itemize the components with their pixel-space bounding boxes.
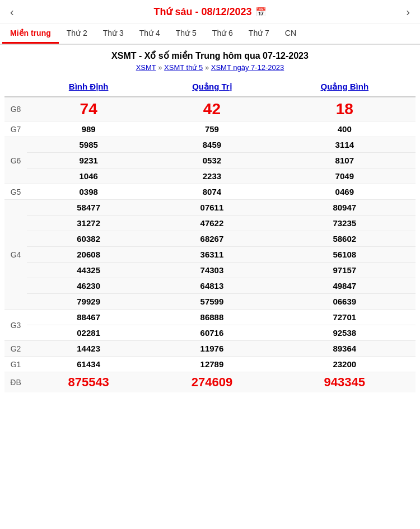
g6-r3-c2: 2233 [150,168,273,184]
table-row: G3 88467 86888 72701 [4,310,416,325]
prize-label-db: ĐB [4,372,27,393]
g4-r7-c1: 79929 [27,294,150,310]
g8-c3: 18 [274,97,416,121]
section-title: XSMT - Xổ số miền Trung hôm qua 07-12-20… [4,50,416,61]
breadcrumb-link-3[interactable]: XSMT ngày 7-12-2023 [211,63,284,72]
tab-thu-2[interactable]: Thứ 2 [59,24,95,44]
day-tabs: Miền trung Thứ 2 Thứ 3 Thứ 4 Thứ 5 Thứ 6… [0,24,420,45]
g8-c2: 42 [150,97,273,121]
g4-r3-c2: 68267 [150,231,273,247]
g3-r1-c3: 72701 [274,310,416,325]
breadcrumb: XSMT » XSMT thứ 5 » XSMT ngày 7-12-2023 [4,63,416,72]
col1-header: Bình Định [27,77,150,97]
table-row: 20608 36311 56108 [4,247,416,263]
g3-r1-c2: 86888 [150,310,273,325]
g6-r1-c2: 8459 [150,137,273,153]
prize-label-g8: G8 [4,97,27,121]
prize-label-g5: G5 [4,184,27,200]
table-row: 46230 64813 49847 [4,278,416,294]
g6-r2-c1: 9231 [27,153,150,168]
g6-r2-c3: 8107 [274,153,416,168]
g3-r2-c1: 02281 [27,325,150,341]
g6-r2-c2: 0532 [150,153,273,168]
table-row: 02281 60716 92538 [4,325,416,341]
g2-c2: 11976 [150,341,273,357]
g4-r7-c2: 57599 [150,294,273,310]
g4-r1-c2: 07611 [150,200,273,216]
table-row: 79929 57599 06639 [4,294,416,310]
tab-cn[interactable]: CN [277,24,304,44]
db-c3: 943345 [274,372,416,393]
table-row: ĐB 875543 274609 943345 [4,372,416,393]
col3-header: Quảng Bình [274,77,416,97]
g2-c3: 89364 [274,341,416,357]
g4-r2-c2: 47622 [150,216,273,231]
table-row: 60382 68267 58602 [4,231,416,247]
breadcrumb-sep-2: » [205,63,211,72]
g4-r2-c1: 31272 [27,216,150,231]
g4-r6-c1: 46230 [27,278,150,294]
g4-r3-c3: 58602 [274,231,416,247]
tab-mien-trung[interactable]: Miền trung [2,24,59,44]
table-row: G2 14423 11976 89364 [4,341,416,357]
g6-r1-c3: 3114 [274,137,416,153]
lottery-table: Bình Định Quảng Trị Quảng Bình G8 74 42 … [4,77,416,392]
g4-r4-c3: 56108 [274,247,416,263]
col-label-header [4,77,27,97]
prize-label-g6: G6 [4,137,27,184]
g4-r4-c2: 36311 [150,247,273,263]
prize-label-g1: G1 [4,357,27,372]
db-c2: 274609 [150,372,273,393]
g4-r6-c3: 49847 [274,278,416,294]
nav-prev-button[interactable]: ‹ [4,3,20,21]
g6-r1-c1: 5985 [27,137,150,153]
prize-label-g3: G3 [4,310,27,341]
tab-thu-5[interactable]: Thứ 5 [168,24,204,44]
tab-thu-3[interactable]: Thứ 3 [95,24,132,44]
g4-r6-c2: 64813 [150,278,273,294]
g6-r3-c1: 1046 [27,168,150,184]
g4-r7-c3: 06639 [274,294,416,310]
g3-r2-c3: 92538 [274,325,416,341]
prize-label-g2: G2 [4,341,27,357]
g6-r3-c3: 7049 [274,168,416,184]
breadcrumb-link-2[interactable]: XSMT thứ 5 [164,63,203,72]
main-content: XSMT - Xổ số miền Trung hôm qua 07-12-20… [0,45,420,398]
g7-c3: 400 [274,121,416,137]
tab-thu-4[interactable]: Thứ 4 [132,24,168,44]
g3-r2-c2: 60716 [150,325,273,341]
g4-r1-c1: 58477 [27,200,150,216]
table-row: 31272 47622 73235 [4,216,416,231]
table-row: G1 61434 12789 23200 [4,357,416,372]
table-row: 1046 2233 7049 [4,168,416,184]
nav-next-button[interactable]: › [400,3,416,21]
g7-c2: 759 [150,121,273,137]
g5-c2: 8074 [150,184,273,200]
prize-label-g4: G4 [4,200,27,310]
col2-header: Quảng Trị [150,77,273,97]
tab-thu-7[interactable]: Thứ 7 [241,24,277,44]
g3-r1-c1: 88467 [27,310,150,325]
table-row: G6 5985 8459 3114 [4,137,416,153]
table-row: 44325 74303 97157 [4,263,416,278]
table-row: 9231 0532 8107 [4,153,416,168]
g4-r3-c1: 60382 [27,231,150,247]
g1-c2: 12789 [150,357,273,372]
table-row: G7 989 759 400 [4,121,416,137]
g4-r5-c1: 44325 [27,263,150,278]
table-row: G4 58477 07611 80947 [4,200,416,216]
g4-r1-c3: 80947 [274,200,416,216]
tab-thu-6[interactable]: Thứ 6 [204,24,241,44]
g1-c1: 61434 [27,357,150,372]
g4-r5-c2: 74303 [150,263,273,278]
db-c1: 875543 [27,372,150,393]
breadcrumb-sep-1: » [158,63,164,72]
g5-c3: 0469 [274,184,416,200]
table-row: G8 74 42 18 [4,97,416,121]
breadcrumb-link-1[interactable]: XSMT [136,63,156,72]
g4-r2-c3: 73235 [274,216,416,231]
prize-label-g7: G7 [4,121,27,137]
g2-c1: 14423 [27,341,150,357]
header: ‹ Thứ sáu - 08/12/2023 📅 › [0,0,420,24]
calendar-icon: 📅 [255,7,267,17]
